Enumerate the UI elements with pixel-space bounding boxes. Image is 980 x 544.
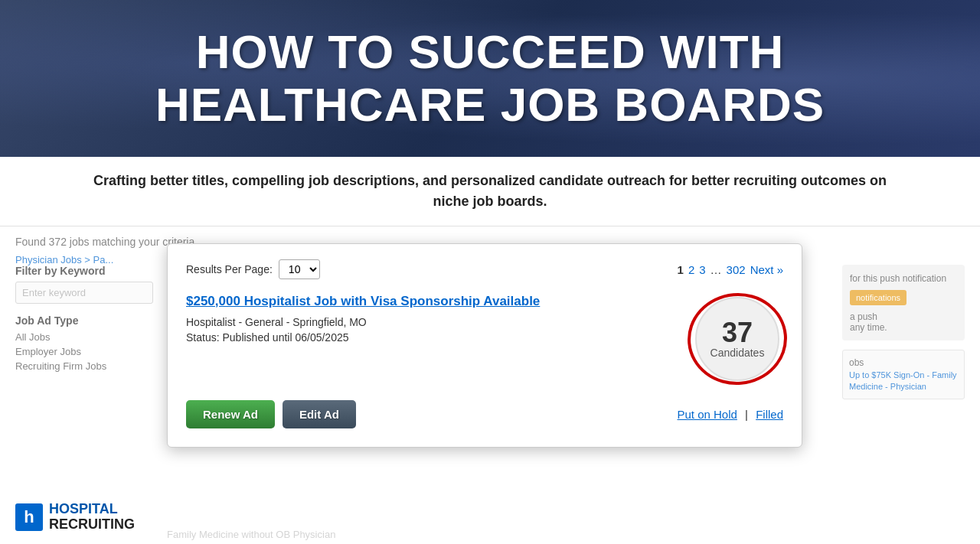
bg-right-text1: for this push notification — [850, 272, 957, 285]
renew-ad-button[interactable]: Renew Ad — [186, 400, 275, 428]
bg-notifications-btn: notifications — [850, 290, 906, 305]
logo-icon-letter: h — [24, 507, 34, 527]
page-link-next[interactable]: Next » — [750, 263, 783, 276]
per-page-select[interactable]: 10 25 50 — [279, 259, 320, 279]
bg-filter-input: Enter keyword — [15, 282, 153, 304]
secondary-links: Put on Hold | Filled — [678, 408, 784, 421]
page-link-1[interactable]: 1 — [678, 263, 684, 276]
subtitle-text: Crafting better titles, compelling job d… — [77, 171, 903, 212]
bg-right-box: for this push notification notifications… — [842, 265, 965, 340]
job-title-link[interactable]: $250,000 Hospitalist Job with Visa Spons… — [186, 293, 676, 310]
candidates-wrapper: 37 Candidates — [691, 293, 783, 385]
put-on-hold-link[interactable]: Put on Hold — [678, 408, 737, 421]
secondary-separator: | — [745, 408, 748, 421]
filled-link[interactable]: Filled — [756, 408, 783, 421]
logo-icon: h — [15, 503, 43, 531]
bg-right-job-card: obs Up to $75K Sign-On - Family Medicine… — [842, 350, 965, 400]
bg-all-jobs-link: All Jobs — [15, 331, 176, 343]
bg-right-sidebar: for this push notification notifications… — [842, 265, 965, 399]
bg-employer-jobs-link: Employer Jobs — [15, 346, 176, 357]
job-listing: $250,000 Hospitalist Job with Visa Spons… — [186, 293, 783, 385]
edit-ad-button[interactable]: Edit Ad — [283, 400, 356, 428]
header-title-line1: HOW TO SUCCEED WITH — [196, 25, 785, 78]
bg-filter-label: Filter by Keyword — [15, 265, 176, 277]
job-location: Hospitalist - General - Springfield, MO — [186, 316, 676, 328]
page-link-2[interactable]: 2 — [688, 263, 694, 276]
results-per-page-label: Results Per Page: — [186, 263, 273, 275]
bg-job-ad-type-label: Job Ad Type — [15, 314, 176, 327]
bg-right-job-label: obs — [849, 357, 958, 370]
bg-push-link: a pushany time. — [850, 311, 957, 333]
logo-text-hospital: HOSPITAL — [49, 502, 135, 517]
logo-text-recruiting: RECRUITING — [49, 517, 135, 533]
bg-sidebar: Filter by Keyword Enter keyword Job Ad T… — [15, 265, 176, 372]
page-dots: … — [710, 263, 722, 276]
page-link-3[interactable]: 3 — [699, 263, 705, 276]
candidates-label: Candidates — [710, 347, 765, 359]
bg-recruiting-firm-link: Recruiting Firm Jobs — [15, 360, 176, 372]
modal-card: Results Per Page: 10 25 50 1 2 3 … 302 N… — [167, 243, 802, 448]
results-per-page: Results Per Page: 10 25 50 — [186, 259, 320, 279]
bg-sidebar-links: All Jobs Employer Jobs Recruiting Firm J… — [15, 331, 176, 372]
subtitle-section: Crafting better titles, compelling job d… — [0, 157, 980, 226]
main-area: Found 372 jobs matching your criteria Ph… — [0, 226, 980, 544]
bottom-job-text: Family Medicine without OB Physician — [167, 529, 335, 540]
job-status: Status: Published until 06/05/2025 — [186, 331, 676, 344]
action-row: Renew Ad Edit Ad Put on Hold | Filled — [186, 400, 783, 428]
page-link-last[interactable]: 302 — [727, 263, 746, 276]
job-info: $250,000 Hospitalist Job with Visa Spons… — [186, 293, 676, 344]
bg-right-job-link: Up to $75K Sign-On - Family Medicine - P… — [849, 370, 958, 393]
header-title: HOW TO SUCCEED WITH HEALTHCARE JOB BOARD… — [155, 26, 825, 130]
page-links: 1 2 3 … 302 Next » — [678, 263, 783, 276]
logo-text-block: HOSPITAL RECRUITING — [49, 502, 135, 533]
header-title-line2: HEALTHCARE JOB BOARDS — [155, 78, 825, 131]
header-banner: HOW TO SUCCEED WITH HEALTHCARE JOB BOARD… — [0, 0, 980, 157]
pagination-top: Results Per Page: 10 25 50 1 2 3 … 302 N… — [186, 259, 783, 279]
candidates-circle: 37 Candidates — [695, 297, 779, 381]
candidates-count: 37 — [722, 319, 753, 347]
logo-area: h HOSPITAL RECRUITING — [15, 502, 135, 533]
action-buttons: Renew Ad Edit Ad — [186, 400, 356, 428]
